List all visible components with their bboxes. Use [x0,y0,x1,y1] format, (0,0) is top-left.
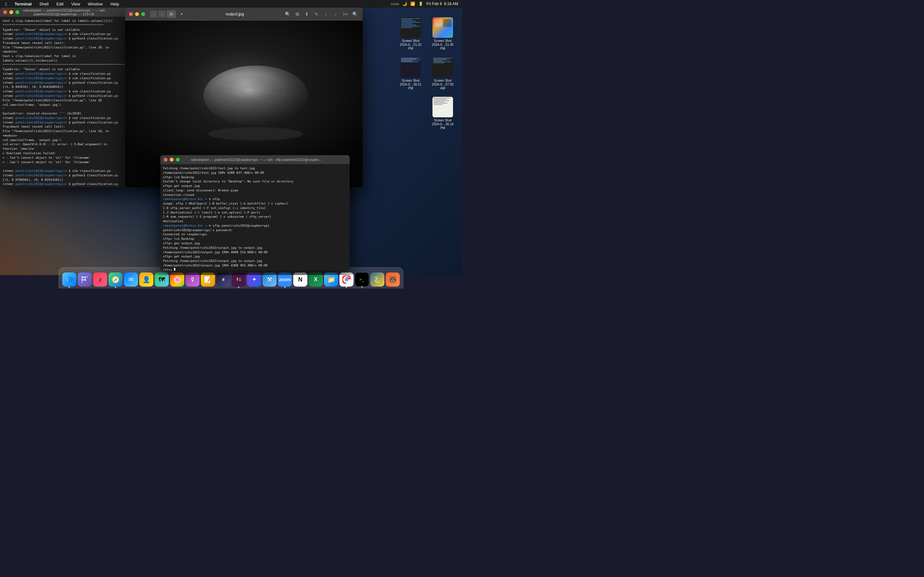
dock-item-launchpad[interactable] [78,272,92,287]
moon-icon[interactable]: 🌙 [402,2,407,6]
dock-item-photos[interactable]: 🌸 [170,272,184,287]
thumb-colorful [433,17,453,38]
podcasts-icon: 🎙 [190,276,195,283]
finder2-icon: 📁 [327,276,335,284]
viewer-filename: output.jpg [189,11,281,16]
terminal-main-content[interactable]: text = clip.tokenize([label for label in… [0,17,126,187]
viewer-search-button[interactable]: 🔍 [284,10,291,18]
dock-item-copilot[interactable]: ✦ [247,272,261,287]
thumb-terminal [401,17,421,38]
viewer-grid-button[interactable]: ⊞ [167,10,176,18]
music-icon: ♪ [99,276,102,284]
menubar-left:  Terminal Shell Edit View Window Help [4,1,120,7]
screenshot5-thumbnail [433,97,453,117]
notion-icon: N [298,276,302,283]
viewer-back-button[interactable]: ‹ [150,11,157,18]
dock-item-music[interactable]: ♪ [93,272,107,287]
dock-item-terminal[interactable]: >_ [355,272,369,287]
thumb-doc [433,97,453,117]
notes-icon: 📝 [204,276,212,284]
menu-view[interactable]: View [70,1,81,7]
desktop-icons: Screen Shot2024-0....51.32 PM Screen Sho… [395,14,459,133]
desktop: rakeshpatel — patelrishi1022@raspberrypi… [0,8,462,275]
viewer-titlebar: ‹ › ⊞ ▾ output.jpg 🔍 ⊕ ⬆ ✎ ‹ › >> 🔍 [125,8,363,21]
viewer-search2-button[interactable]: 🔍 [351,10,359,18]
svg-point-21 [346,279,347,280]
desktop-icon-screenshot2[interactable]: Screen Shot2024-0....51.45 PM [430,17,456,51]
viewer-nav-left-button[interactable]: ‹ [322,10,330,18]
dock-item-bear[interactable]: 🐻 [386,272,400,287]
viewer-maximize-button[interactable] [141,12,145,16]
terminal-sftp-content[interactable]: Fetching /home/patelrishi1022/test.jpg t… [160,164,350,271]
svg-rect-16 [239,279,241,281]
copilot-icon: ✦ [252,276,257,283]
viewer-share-button[interactable]: ⬆ [303,10,310,18]
menu-help[interactable]: Help [109,1,120,7]
dock-item-zoom[interactable]: zoom [278,272,292,287]
menu-window[interactable]: Window [87,1,104,7]
terminal-main-titlebar: rakeshpatel — patelrishi1022@raspberrypi… [0,8,126,17]
screenshot1-label: Screen Shot2024-0....51.32 PM [398,39,423,51]
icon-row-2: Screen Shot2024-0....36.51 PM Screen Sho… [398,57,456,90]
menubar:  Terminal Shell Edit View Window Help z… [0,0,462,8]
desktop-icon-screenshot1[interactable]: Screen Shot2024-0....51.32 PM [398,17,423,51]
dock-item-finder[interactable] [62,272,76,287]
dock-item-xcode[interactable]: ⚒ [262,272,276,287]
launchpad-icon [81,276,89,284]
dock-item-maps[interactable]: 🗺 [155,272,169,287]
dock-dot-zoom [284,287,286,288]
screenshot4-thumbnail [433,57,453,77]
chrome-icon [342,276,351,284]
screenshot1-thumbnail [401,17,421,38]
apple-menu[interactable]:  [4,1,8,7]
svg-point-6 [208,127,303,141]
dock-item-excel[interactable]: X [309,272,323,287]
dock-item-python[interactable]: 🐍 [370,272,384,287]
dock-item-slack[interactable] [232,272,246,287]
dock-item-podcasts[interactable]: 🎙 [186,272,200,287]
viewer-nav-right-button[interactable]: › [332,10,339,18]
desktop-icon-screenshot4[interactable]: Screen Shot2024-0....07.50 AM [430,57,456,90]
dock-dot-finder [69,287,70,288]
dock-item-safari[interactable]: 🧭 [108,272,123,287]
dock-dot-slack [238,287,239,288]
dock-item-chrome[interactable] [339,272,354,287]
viewer-forward-button[interactable]: › [158,11,166,18]
viewer-close-button[interactable] [129,12,133,16]
screenshot5-label: Screen Shot2024-0....36.18 PM [430,119,456,130]
desktop-icon-screenshot3[interactable]: Screen Shot2024-0....36.51 PM [398,57,423,90]
numi-icon: # [222,277,225,282]
menu-shell[interactable]: Shell [38,1,50,7]
viewer-minimize-button[interactable] [135,12,139,16]
menubar-right: zoom 🌙 📶 🔋 Fri Feb 9 6:16 AM [391,2,458,6]
dock-item-contacts[interactable]: 👤 [139,272,153,287]
viewer-edit-button[interactable]: ✎ [312,10,320,18]
dock-item-notion[interactable]: N [293,272,307,287]
screenshot3-label: Screen Shot2024-0....36.51 PM [398,79,423,90]
app-name[interactable]: Terminal [13,1,33,7]
dock-item-numi[interactable]: # [216,272,230,287]
svg-rect-12 [84,279,86,281]
icon-row-3: Screen Shot2024-0....36.18 PM [398,97,456,130]
menu-edit[interactable]: Edit [55,1,65,7]
screenshot2-thumbnail [433,17,453,38]
desktop-icon-screenshot5[interactable]: Screen Shot2024-0....36.18 PM [430,97,456,130]
dock-item-mail[interactable]: ✉ [124,272,138,287]
clock: Fri Feb 9 6:16 AM [426,2,458,6]
viewer-zoom-in-button[interactable]: ⊕ [293,10,301,18]
viewer-toolbar-right: 🔍 ⊕ ⬆ ✎ ‹ › >> 🔍 [284,10,359,18]
dock-item-finder2[interactable]: 📁 [324,272,338,287]
mail-icon: ✉ [129,276,134,283]
viewer-grid-arrow-button[interactable]: ▾ [177,10,186,18]
excel-icon: X [314,277,318,282]
dock-item-notes[interactable]: 📝 [201,272,215,287]
xcode-icon: ⚒ [267,276,272,283]
svg-rect-17 [237,280,238,282]
zoom-icon: zoom [391,2,399,6]
terminal-sftp-window: rakeshpatel — patelrishi1022@raspberrypi… [160,155,350,271]
bear-icon: 🐻 [389,276,397,284]
svg-point-8 [68,277,73,282]
svg-rect-10 [84,276,86,278]
viewer-more-button[interactable]: >> [341,10,349,18]
screenshot3-thumbnail [401,57,421,77]
